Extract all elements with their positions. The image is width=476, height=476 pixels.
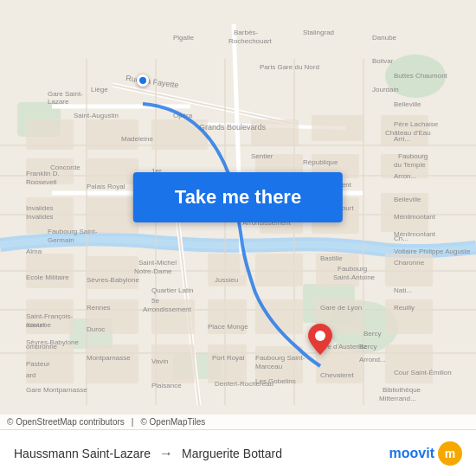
moovit-logo-text: moovit xyxy=(389,446,434,461)
svg-text:Les Gobelins: Les Gobelins xyxy=(255,377,296,385)
svg-text:Sèvres-Babylone: Sèvres-Babylone xyxy=(87,276,139,284)
svg-text:Bolivar: Bolivar xyxy=(372,57,394,65)
svg-text:Arrond...: Arrond... xyxy=(359,356,386,363)
svg-text:Faubourg Saint-: Faubourg Saint- xyxy=(255,354,306,362)
copyright-osm: © OpenStreetMap contributors xyxy=(7,417,125,427)
map-container: Rue La Fayette Gare Saint- Lazare Opéra … xyxy=(0,0,476,429)
svg-text:Charonne: Charonne xyxy=(394,259,425,267)
svg-text:Ch...: Ch... xyxy=(394,235,408,242)
svg-text:ard: ard xyxy=(26,371,36,379)
take-me-there-button[interactable]: Take me there xyxy=(133,172,343,222)
svg-point-133 xyxy=(315,331,325,341)
svg-text:Place Monge: Place Monge xyxy=(208,323,248,331)
svg-text:Arri...: Arri... xyxy=(394,135,410,143)
svg-text:ocourbe: ocourbe xyxy=(26,321,51,329)
svg-text:Gare Montparnasse: Gare Montparnasse xyxy=(26,386,87,394)
svg-text:Sentier: Sentier xyxy=(251,152,273,160)
svg-text:Paris Gare du Nord: Paris Gare du Nord xyxy=(260,63,319,71)
svg-text:Pigalle: Pigalle xyxy=(173,34,195,42)
svg-text:du Temple: du Temple xyxy=(394,161,426,169)
svg-text:Gare de Lyon: Gare de Lyon xyxy=(320,304,362,312)
route-origin: Haussmann Saint-Lazare xyxy=(14,447,151,460)
svg-rect-31 xyxy=(151,299,195,334)
route-arrow-icon: → xyxy=(159,446,173,461)
svg-text:Lazare: Lazare xyxy=(48,98,69,106)
svg-text:Arron...: Arron... xyxy=(394,172,416,180)
svg-text:Marceau: Marceau xyxy=(255,363,282,370)
svg-text:Bercy: Bercy xyxy=(359,343,376,351)
route-destination: Marguerite Bottard xyxy=(182,447,282,460)
svg-text:Franklin D.: Franklin D. xyxy=(26,170,60,177)
svg-text:Mitterrand...: Mitterrand... xyxy=(379,395,416,402)
svg-text:Faubourg Saint-: Faubourg Saint- xyxy=(48,228,98,235)
svg-text:République: République xyxy=(303,158,338,166)
svg-text:Liège: Liège xyxy=(91,86,108,93)
svg-rect-7 xyxy=(26,119,74,150)
svg-text:Rennes: Rennes xyxy=(87,304,111,312)
svg-text:Notre-Dame: Notre-Dame xyxy=(134,267,172,275)
svg-text:Bibliothèque: Bibliothèque xyxy=(383,386,421,394)
svg-text:Madeleine: Madeleine xyxy=(121,135,153,143)
copyright-omt: © OpenMapTiles xyxy=(140,417,205,427)
svg-text:Port Royal: Port Royal xyxy=(212,354,245,362)
svg-text:Saint-François-: Saint-François- xyxy=(26,312,74,320)
svg-rect-39 xyxy=(208,344,247,383)
origin-dot xyxy=(137,74,149,87)
svg-text:Quartier Latin: Quartier Latin xyxy=(151,286,193,294)
svg-text:Saint-Antoine: Saint-Antoine xyxy=(333,273,376,281)
destination-pin xyxy=(308,324,332,358)
moovit-logo: moovit m xyxy=(389,441,462,466)
svg-text:Arrondissement: Arrondissement xyxy=(143,306,192,313)
svg-text:Duroc: Duroc xyxy=(87,325,105,333)
svg-rect-14 xyxy=(87,158,138,184)
svg-text:Reuilly: Reuilly xyxy=(394,304,415,312)
svg-text:Rochechouart: Rochechouart xyxy=(228,37,273,45)
svg-text:Invalides: Invalides xyxy=(26,204,54,212)
svg-text:Faubourg: Faubourg xyxy=(398,152,428,160)
svg-rect-42 xyxy=(385,344,433,383)
bottom-bar: Haussmann Saint-Lazare → Marguerite Bott… xyxy=(0,429,476,476)
svg-text:Chevaleret: Chevaleret xyxy=(320,371,354,379)
moovit-icon: m xyxy=(438,441,462,466)
svg-text:Ménilmontant: Ménilmontant xyxy=(394,213,436,221)
svg-text:Saint-Michel: Saint-Michel xyxy=(138,259,177,267)
svg-text:Danube: Danube xyxy=(372,34,397,42)
svg-text:Cour Saint-Émilion: Cour Saint-Émilion xyxy=(394,369,452,376)
svg-text:Germain: Germain xyxy=(48,236,74,244)
svg-text:Roosevelt: Roosevelt xyxy=(26,178,57,186)
svg-rect-26 xyxy=(255,254,303,286)
app: Rue La Fayette Gare Saint- Lazare Opéra … xyxy=(0,0,476,476)
svg-text:5e: 5e xyxy=(151,297,159,305)
svg-text:Jourdain: Jourdain xyxy=(372,86,399,93)
svg-text:Grands Boulevards: Grands Boulevards xyxy=(199,123,267,132)
svg-rect-37 xyxy=(87,344,138,383)
svg-text:Palais Royal: Palais Royal xyxy=(87,183,125,190)
svg-text:Stalingrad: Stalingrad xyxy=(303,29,334,36)
svg-text:Buttes Chaumont: Buttes Chaumont xyxy=(394,72,448,80)
svg-text:Montparnasse: Montparnasse xyxy=(87,354,131,362)
svg-text:Faubourg: Faubourg xyxy=(338,265,367,273)
svg-text:Père Lachaise: Père Lachaise xyxy=(394,120,439,128)
svg-text:Ecole Militaire: Ecole Militaire xyxy=(26,273,69,281)
svg-text:Voltaire Philippe Auguste: Voltaire Philippe Auguste xyxy=(394,248,471,255)
svg-text:Belleville: Belleville xyxy=(394,100,421,108)
svg-text:ombronne: ombronne xyxy=(26,343,58,351)
svg-text:Alma: Alma xyxy=(26,248,42,255)
moovit-icon-letter: m xyxy=(445,447,455,460)
svg-text:Belleville: Belleville xyxy=(394,196,421,203)
svg-rect-24 xyxy=(87,256,138,289)
svg-text:Invalides: Invalides xyxy=(26,213,54,221)
svg-text:Jussieu: Jussieu xyxy=(215,276,238,284)
svg-text:Plaisance: Plaisance xyxy=(151,382,182,389)
svg-text:Pasteur: Pasteur xyxy=(26,360,50,368)
svg-text:Nati...: Nati... xyxy=(394,286,412,294)
copyright-bar: © OpenStreetMap contributors | © OpenMap… xyxy=(0,415,476,429)
svg-rect-23 xyxy=(26,254,74,288)
svg-text:Bercy: Bercy xyxy=(363,330,381,338)
svg-text:Saint-Augustin: Saint-Augustin xyxy=(74,112,119,119)
svg-text:Vavin: Vavin xyxy=(151,357,168,365)
svg-text:Barbès-: Barbès- xyxy=(234,29,258,36)
svg-rect-11 xyxy=(312,115,363,141)
svg-text:Gare Saint-: Gare Saint- xyxy=(48,90,83,98)
copyright-sep: | xyxy=(132,417,134,427)
